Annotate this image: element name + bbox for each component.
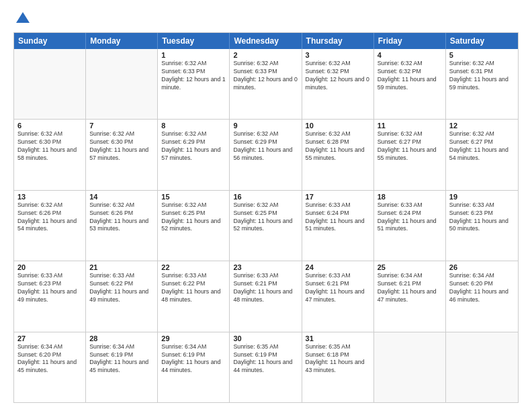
calendar-cell bbox=[14, 49, 86, 119]
weekday-header-monday: Monday bbox=[86, 33, 158, 49]
day-number: 23 bbox=[233, 263, 298, 271]
svg-marker-0 bbox=[16, 12, 30, 23]
weekday-header-tuesday: Tuesday bbox=[158, 33, 230, 49]
calendar-header: SundayMondayTuesdayWednesdayThursdayFrid… bbox=[14, 33, 518, 49]
day-number: 7 bbox=[89, 122, 154, 130]
day-number: 19 bbox=[449, 193, 515, 201]
day-number: 14 bbox=[89, 193, 154, 201]
day-info: Sunrise: 6:35 AM Sunset: 6:18 PM Dayligh… bbox=[306, 343, 370, 375]
calendar-row-1: 6Sunrise: 6:32 AM Sunset: 6:30 PM Daylig… bbox=[14, 119, 518, 189]
day-number: 4 bbox=[378, 51, 442, 59]
day-info: Sunrise: 6:32 AM Sunset: 6:33 PM Dayligh… bbox=[161, 60, 226, 92]
day-number: 6 bbox=[17, 122, 82, 130]
calendar-cell: 24Sunrise: 6:33 AM Sunset: 6:21 PM Dayli… bbox=[302, 261, 374, 331]
day-info: Sunrise: 6:32 AM Sunset: 6:31 PM Dayligh… bbox=[449, 60, 515, 92]
calendar-cell: 29Sunrise: 6:34 AM Sunset: 6:19 PM Dayli… bbox=[158, 332, 230, 402]
day-info: Sunrise: 6:32 AM Sunset: 6:32 PM Dayligh… bbox=[306, 60, 370, 92]
calendar-cell: 9Sunrise: 6:32 AM Sunset: 6:29 PM Daylig… bbox=[230, 120, 302, 189]
weekday-header-sunday: Sunday bbox=[14, 33, 86, 49]
day-number: 29 bbox=[161, 334, 226, 342]
logo-icon bbox=[15, 11, 30, 26]
day-info: Sunrise: 6:32 AM Sunset: 6:25 PM Dayligh… bbox=[233, 201, 298, 234]
day-number: 12 bbox=[449, 122, 515, 130]
day-number: 8 bbox=[161, 122, 226, 130]
calendar-cell: 26Sunrise: 6:34 AM Sunset: 6:20 PM Dayli… bbox=[446, 261, 518, 331]
day-info: Sunrise: 6:32 AM Sunset: 6:29 PM Dayligh… bbox=[161, 130, 226, 163]
calendar-cell: 25Sunrise: 6:34 AM Sunset: 6:21 PM Dayli… bbox=[374, 261, 446, 331]
calendar-cell: 7Sunrise: 6:32 AM Sunset: 6:30 PM Daylig… bbox=[86, 120, 158, 189]
day-number: 13 bbox=[17, 193, 82, 201]
day-number: 20 bbox=[17, 263, 82, 271]
day-info: Sunrise: 6:33 AM Sunset: 6:24 PM Dayligh… bbox=[378, 201, 442, 234]
calendar-cell: 23Sunrise: 6:33 AM Sunset: 6:21 PM Dayli… bbox=[230, 261, 302, 331]
day-number: 18 bbox=[378, 193, 442, 201]
calendar-body: 1Sunrise: 6:32 AM Sunset: 6:33 PM Daylig… bbox=[14, 49, 518, 402]
day-info: Sunrise: 6:34 AM Sunset: 6:21 PM Dayligh… bbox=[378, 272, 442, 304]
calendar-cell: 2Sunrise: 6:32 AM Sunset: 6:33 PM Daylig… bbox=[230, 49, 302, 119]
calendar-cell: 5Sunrise: 6:32 AM Sunset: 6:31 PM Daylig… bbox=[446, 49, 518, 119]
calendar-cell: 21Sunrise: 6:33 AM Sunset: 6:22 PM Dayli… bbox=[86, 261, 158, 331]
day-info: Sunrise: 6:32 AM Sunset: 6:29 PM Dayligh… bbox=[233, 130, 298, 163]
day-number: 25 bbox=[378, 263, 442, 271]
calendar-cell: 4Sunrise: 6:32 AM Sunset: 6:32 PM Daylig… bbox=[374, 49, 446, 119]
calendar-row-4: 27Sunrise: 6:34 AM Sunset: 6:20 PM Dayli… bbox=[14, 332, 518, 402]
day-info: Sunrise: 6:34 AM Sunset: 6:19 PM Dayligh… bbox=[161, 343, 226, 375]
day-info: Sunrise: 6:32 AM Sunset: 6:26 PM Dayligh… bbox=[17, 201, 82, 234]
page: SundayMondayTuesdayWednesdayThursdayFrid… bbox=[0, 0, 532, 411]
day-number: 10 bbox=[306, 122, 370, 130]
day-number: 24 bbox=[306, 263, 370, 271]
calendar-cell: 13Sunrise: 6:32 AM Sunset: 6:26 PM Dayli… bbox=[14, 191, 86, 261]
day-number: 28 bbox=[89, 334, 154, 342]
day-info: Sunrise: 6:33 AM Sunset: 6:24 PM Dayligh… bbox=[306, 201, 370, 234]
day-info: Sunrise: 6:32 AM Sunset: 6:26 PM Dayligh… bbox=[89, 201, 154, 234]
calendar-row-3: 20Sunrise: 6:33 AM Sunset: 6:23 PM Dayli… bbox=[14, 261, 518, 331]
calendar-cell: 16Sunrise: 6:32 AM Sunset: 6:25 PM Dayli… bbox=[230, 191, 302, 261]
calendar-cell: 27Sunrise: 6:34 AM Sunset: 6:20 PM Dayli… bbox=[14, 332, 86, 402]
calendar-cell: 10Sunrise: 6:32 AM Sunset: 6:28 PM Dayli… bbox=[302, 120, 374, 189]
day-info: Sunrise: 6:35 AM Sunset: 6:19 PM Dayligh… bbox=[233, 343, 298, 375]
day-info: Sunrise: 6:32 AM Sunset: 6:28 PM Dayligh… bbox=[306, 130, 370, 163]
calendar-cell: 31Sunrise: 6:35 AM Sunset: 6:18 PM Dayli… bbox=[302, 332, 374, 402]
day-number: 5 bbox=[449, 51, 515, 59]
day-info: Sunrise: 6:32 AM Sunset: 6:32 PM Dayligh… bbox=[378, 60, 442, 92]
day-number: 30 bbox=[233, 334, 298, 342]
calendar-cell: 1Sunrise: 6:32 AM Sunset: 6:33 PM Daylig… bbox=[158, 49, 230, 119]
day-number: 22 bbox=[161, 263, 226, 271]
day-info: Sunrise: 6:33 AM Sunset: 6:21 PM Dayligh… bbox=[233, 272, 298, 304]
calendar-cell: 12Sunrise: 6:32 AM Sunset: 6:27 PM Dayli… bbox=[446, 120, 518, 189]
day-number: 15 bbox=[161, 193, 226, 201]
day-number: 11 bbox=[378, 122, 442, 130]
day-info: Sunrise: 6:33 AM Sunset: 6:23 PM Dayligh… bbox=[17, 272, 82, 304]
calendar-cell: 11Sunrise: 6:32 AM Sunset: 6:27 PM Dayli… bbox=[374, 120, 446, 189]
calendar-cell: 22Sunrise: 6:33 AM Sunset: 6:22 PM Dayli… bbox=[158, 261, 230, 331]
calendar-cell: 30Sunrise: 6:35 AM Sunset: 6:19 PM Dayli… bbox=[230, 332, 302, 402]
day-info: Sunrise: 6:34 AM Sunset: 6:20 PM Dayligh… bbox=[449, 272, 515, 304]
day-number: 21 bbox=[89, 263, 154, 271]
calendar-row-2: 13Sunrise: 6:32 AM Sunset: 6:26 PM Dayli… bbox=[14, 190, 518, 261]
calendar-cell: 8Sunrise: 6:32 AM Sunset: 6:29 PM Daylig… bbox=[158, 120, 230, 189]
day-number: 17 bbox=[306, 193, 370, 201]
day-number: 31 bbox=[306, 334, 370, 342]
header bbox=[13, 11, 519, 26]
day-info: Sunrise: 6:32 AM Sunset: 6:25 PM Dayligh… bbox=[161, 201, 226, 234]
day-number: 1 bbox=[161, 51, 226, 59]
day-info: Sunrise: 6:33 AM Sunset: 6:23 PM Dayligh… bbox=[449, 201, 515, 234]
day-info: Sunrise: 6:33 AM Sunset: 6:22 PM Dayligh… bbox=[161, 272, 226, 304]
weekday-header-wednesday: Wednesday bbox=[230, 33, 302, 49]
calendar-cell: 19Sunrise: 6:33 AM Sunset: 6:23 PM Dayli… bbox=[446, 191, 518, 261]
calendar-cell: 15Sunrise: 6:32 AM Sunset: 6:25 PM Dayli… bbox=[158, 191, 230, 261]
calendar-row-0: 1Sunrise: 6:32 AM Sunset: 6:33 PM Daylig… bbox=[14, 49, 518, 119]
day-info: Sunrise: 6:33 AM Sunset: 6:21 PM Dayligh… bbox=[306, 272, 370, 304]
day-number: 2 bbox=[233, 51, 298, 59]
calendar-cell: 14Sunrise: 6:32 AM Sunset: 6:26 PM Dayli… bbox=[86, 191, 158, 261]
day-info: Sunrise: 6:32 AM Sunset: 6:27 PM Dayligh… bbox=[378, 130, 442, 163]
weekday-header-friday: Friday bbox=[374, 33, 446, 49]
day-info: Sunrise: 6:33 AM Sunset: 6:22 PM Dayligh… bbox=[89, 272, 154, 304]
day-number: 9 bbox=[233, 122, 298, 130]
day-info: Sunrise: 6:34 AM Sunset: 6:20 PM Dayligh… bbox=[17, 343, 82, 375]
calendar-cell: 6Sunrise: 6:32 AM Sunset: 6:30 PM Daylig… bbox=[14, 120, 86, 189]
day-number: 16 bbox=[233, 193, 298, 201]
calendar-cell: 20Sunrise: 6:33 AM Sunset: 6:23 PM Dayli… bbox=[14, 261, 86, 331]
calendar-cell: 18Sunrise: 6:33 AM Sunset: 6:24 PM Dayli… bbox=[374, 191, 446, 261]
day-number: 3 bbox=[306, 51, 370, 59]
